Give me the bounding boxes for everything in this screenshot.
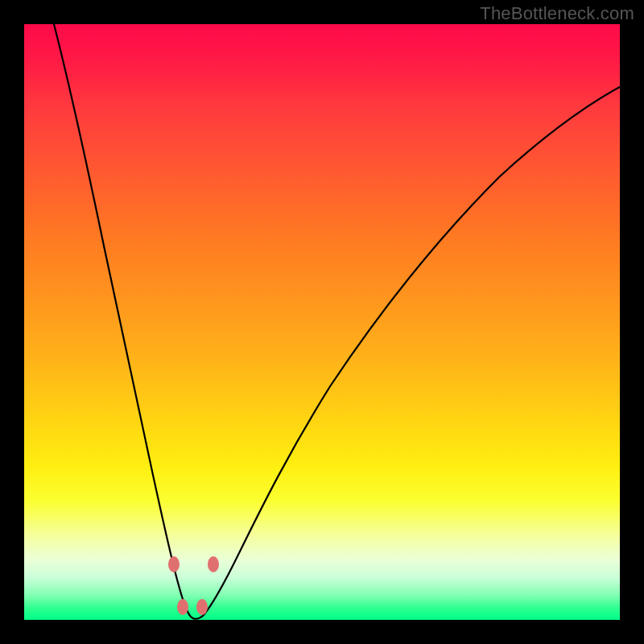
curve-marker	[208, 556, 219, 572]
plot-area	[24, 24, 620, 620]
curve-marker	[168, 556, 180, 572]
watermark-text: TheBottleneck.com	[480, 3, 634, 24]
curve-marker	[177, 599, 188, 615]
chart-stage: TheBottleneck.com	[0, 0, 644, 644]
bottleneck-curve-svg	[24, 24, 620, 620]
curve-marker	[196, 599, 208, 615]
bottleneck-curve-path	[54, 24, 620, 619]
